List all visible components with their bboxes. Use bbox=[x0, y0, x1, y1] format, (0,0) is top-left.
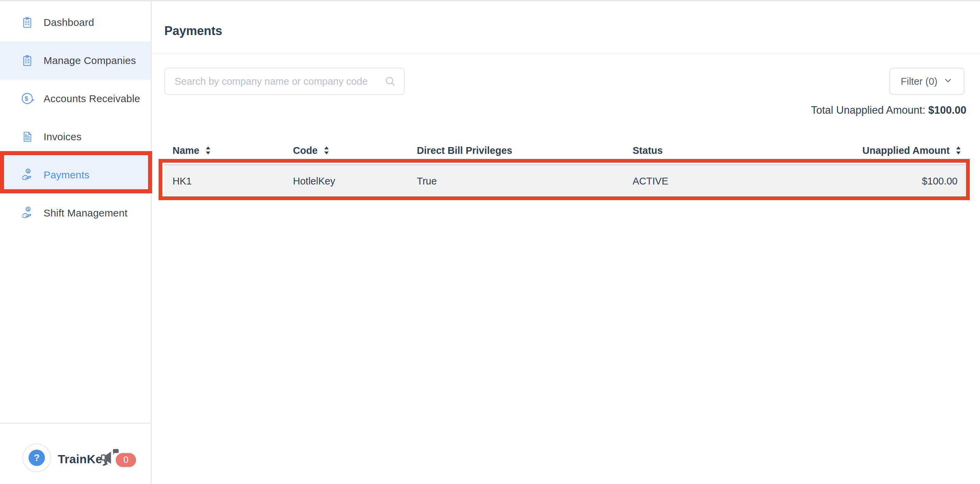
sidebar: Dashboard Manage Companies $ Accounts Re… bbox=[0, 2, 152, 484]
sidebar-item-manage-companies[interactable]: Manage Companies bbox=[0, 41, 151, 80]
notification-count-badge: 0 bbox=[116, 453, 136, 467]
sidebar-footer: ? TrainKey 0 bbox=[0, 423, 151, 484]
column-header-status[interactable]: Status bbox=[624, 137, 791, 164]
invoice-icon: $ bbox=[20, 130, 35, 143]
cell-value: $100.00 bbox=[922, 176, 958, 187]
svg-text:$: $ bbox=[25, 133, 27, 137]
table-header-row: Name Code Direct Bill Privileges Status … bbox=[164, 137, 968, 164]
cell-direct-bill-privileges: True bbox=[409, 166, 624, 197]
sidebar-item-shift-management[interactable]: $ Shift Management bbox=[0, 194, 151, 232]
sort-icon bbox=[205, 146, 211, 155]
header-divider bbox=[153, 53, 980, 54]
page-title: Payments bbox=[164, 24, 222, 38]
sort-icon bbox=[324, 146, 329, 155]
sort-icon bbox=[956, 146, 961, 155]
total-unapplied-value: $100.00 bbox=[928, 104, 966, 116]
search-box bbox=[164, 68, 404, 95]
company-icon bbox=[20, 16, 35, 29]
company-icon bbox=[20, 54, 35, 67]
payments-table: Name Code Direct Bill Privileges Status … bbox=[164, 137, 968, 198]
dollar-circle-icon: $ bbox=[20, 92, 35, 105]
column-header-code[interactable]: Code bbox=[285, 137, 409, 164]
sidebar-nav: Dashboard Manage Companies $ Accounts Re… bbox=[0, 2, 151, 232]
cell-value: ACTIVE bbox=[633, 176, 668, 187]
help-icon: ? bbox=[29, 450, 45, 466]
cell-name: HK1 bbox=[164, 166, 285, 197]
svg-text:$: $ bbox=[27, 169, 30, 173]
table-body: HK1HotlelKeyTrueACTIVE$100.00 bbox=[164, 164, 968, 198]
search-input[interactable] bbox=[165, 68, 384, 94]
cell-status: ACTIVE bbox=[624, 166, 791, 197]
cell-value: True bbox=[417, 176, 437, 187]
sidebar-item-invoices[interactable]: $ Invoices bbox=[0, 118, 151, 156]
help-button[interactable]: ? bbox=[22, 444, 51, 472]
sidebar-item-dashboard[interactable]: Dashboard bbox=[0, 3, 151, 41]
main-content: Payments Filter (0) Total Unapplied Amou… bbox=[153, 2, 980, 484]
column-header-name[interactable]: Name bbox=[164, 137, 285, 164]
filter-button-label: Filter (0) bbox=[901, 76, 937, 87]
chevron-down-icon bbox=[943, 75, 953, 88]
cell-value: HotlelKey bbox=[293, 176, 335, 187]
table-row[interactable]: HK1HotlelKeyTrueACTIVE$100.00 bbox=[164, 164, 968, 198]
column-header-unapplied-amount[interactable]: Unapplied Amount bbox=[791, 137, 968, 164]
cell-unapplied-amount: $100.00 bbox=[791, 166, 968, 197]
sidebar-item-payments[interactable]: $ Payments bbox=[0, 156, 151, 194]
total-unapplied-amount: Total Unapplied Amount: $100.00 bbox=[811, 104, 966, 116]
svg-text:$: $ bbox=[25, 95, 28, 102]
hand-coin-icon: $ bbox=[20, 206, 35, 220]
total-unapplied-label: Total Unapplied Amount: bbox=[811, 104, 925, 116]
cell-code: HotlelKey bbox=[285, 166, 409, 197]
hand-coin-icon: $ bbox=[20, 168, 35, 182]
column-header-direct-bill-privileges[interactable]: Direct Bill Privileges bbox=[409, 137, 624, 164]
notifications-button[interactable]: 0 bbox=[100, 448, 138, 473]
search-icon bbox=[384, 75, 396, 88]
svg-text:$: $ bbox=[27, 207, 30, 211]
filter-button[interactable]: Filter (0) bbox=[889, 68, 964, 95]
cell-value: HK1 bbox=[172, 176, 192, 187]
sidebar-item-accounts-receivable[interactable]: $ Accounts Receivable bbox=[0, 80, 151, 118]
